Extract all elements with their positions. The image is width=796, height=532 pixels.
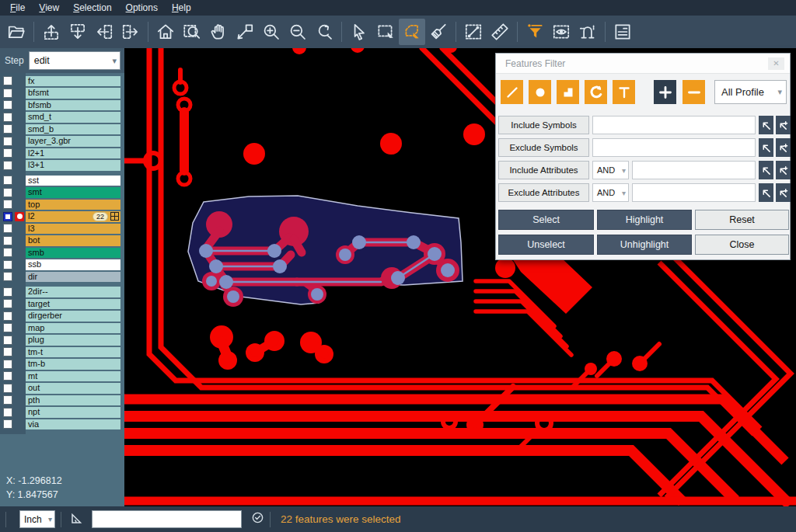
layer-row-npt[interactable]: npt [0, 407, 124, 419]
remove-icon[interactable] [683, 80, 705, 104]
layer-name-cell[interactable]: tm-t [26, 347, 120, 358]
layer-row-mt[interactable]: mt [0, 370, 124, 383]
layer-name-cell[interactable]: l2 22 [26, 211, 120, 222]
layer-name-cell[interactable]: pth [26, 395, 120, 406]
layer-visibility-checkbox[interactable] [3, 371, 12, 381]
layer-name-cell[interactable]: smt [26, 187, 120, 198]
zoom-in-icon[interactable] [258, 19, 285, 45]
pick-add-symbol-icon[interactable] [776, 138, 791, 157]
show-layer-icon[interactable] [548, 19, 574, 45]
snap-icon[interactable] [574, 19, 601, 45]
rect-select-icon[interactable] [372, 19, 399, 45]
layer-name-cell[interactable]: l3 [26, 224, 120, 235]
layer-name-cell[interactable]: layer_3.gbr [26, 136, 120, 147]
layer-row-top[interactable]: top [0, 199, 124, 211]
add-icon[interactable] [654, 80, 676, 104]
features-filter-icon[interactable] [522, 19, 548, 45]
angle-measure-icon[interactable] [70, 511, 84, 528]
layer-visibility-checkbox[interactable] [3, 176, 12, 185]
layer-visibility-checkbox[interactable] [3, 161, 12, 170]
exclude-attributes-operator-select[interactable]: AND ▾ [592, 183, 629, 202]
layer-visibility-checkbox[interactable] [3, 272, 12, 281]
layer-row-plug[interactable]: plug [0, 335, 124, 347]
layer-visibility-checkbox[interactable] [3, 347, 12, 356]
unhighlight-button[interactable]: Unhighlight [597, 235, 692, 255]
menu-file[interactable]: File [3, 0, 32, 16]
pad-icon[interactable] [529, 80, 551, 104]
refresh-icon[interactable] [251, 511, 264, 527]
layer-row-ssb[interactable]: ssb [0, 259, 124, 272]
close-button[interactable]: Close [695, 235, 789, 255]
layer-row-bfsmt[interactable]: bfsmt [0, 88, 124, 100]
layer-name-cell[interactable]: smd_b [26, 124, 120, 135]
layer-visibility-checkbox[interactable] [3, 384, 12, 393]
measure-line-icon[interactable] [460, 19, 487, 45]
layer-row-pth[interactable]: pth [0, 395, 124, 407]
layer-row-l3+1[interactable]: l3+1 [0, 160, 124, 172]
pan-up-icon[interactable] [38, 19, 65, 45]
arc-icon[interactable] [585, 80, 607, 104]
layer-visibility-checkbox[interactable] [3, 260, 12, 269]
pan-hand-icon[interactable] [205, 19, 232, 45]
pick-attribute-icon[interactable] [759, 183, 773, 202]
layer-name-cell[interactable]: bot [26, 235, 120, 246]
menu-view[interactable]: View [32, 0, 66, 16]
layer-row-smt[interactable]: smt [0, 187, 124, 200]
pick-add-attribute-icon[interactable] [776, 183, 791, 202]
include-symbols-button[interactable]: Include Symbols [498, 116, 589, 134]
layer-visibility-checkbox[interactable] [3, 336, 12, 345]
layer-name-cell[interactable]: tm-b [26, 359, 120, 370]
unselect-button[interactable]: Unselect [498, 235, 594, 255]
layer-row-l2+1[interactable]: l2+1 [0, 148, 124, 160]
layer-name-cell[interactable]: map [26, 323, 120, 334]
home-icon[interactable] [152, 19, 179, 45]
layer-name-cell[interactable]: out [26, 383, 120, 394]
layer-visibility-checkbox[interactable] [3, 360, 12, 369]
include-attributes-operator-select[interactable]: AND ▾ [592, 161, 629, 179]
pan-left-icon[interactable] [91, 19, 117, 45]
pan-right-icon[interactable] [117, 19, 144, 45]
drag-view-icon[interactable] [232, 19, 258, 45]
layer-visibility-checkbox[interactable] [3, 124, 12, 134]
layer-name-cell[interactable]: sst [26, 176, 120, 186]
close-icon[interactable]: ✕ [768, 57, 784, 70]
menu-help[interactable]: Help [165, 0, 198, 16]
layer-visibility-checkbox[interactable] [3, 236, 12, 245]
layer-row-tm-t[interactable]: tm-t [0, 346, 124, 359]
layer-row-dirgerber[interactable]: dirgerber [0, 311, 124, 323]
layer-name-cell[interactable]: npt [26, 407, 120, 418]
pan-down-icon[interactable] [65, 19, 91, 45]
pick-add-attribute-icon[interactable] [776, 161, 791, 179]
layer-row-layer_3.gbr[interactable]: layer_3.gbr [0, 136, 124, 148]
layer-visibility-checkbox[interactable] [3, 419, 12, 429]
layer-visibility-checkbox[interactable] [3, 311, 12, 321]
layer-row-via[interactable]: via [0, 419, 124, 431]
layer-row-dir[interactable]: dir [0, 271, 124, 283]
layer-name-cell[interactable]: 2dir-- [26, 287, 120, 297]
layer-name-cell[interactable]: ssb [26, 259, 120, 270]
layer-name-cell[interactable]: bfsmb [26, 100, 120, 111]
layer-name-cell[interactable]: smb [26, 248, 120, 259]
layer-row-sst[interactable]: sst [0, 175, 124, 187]
layer-row-map[interactable]: map [0, 322, 124, 335]
menu-selection[interactable]: Selection [66, 0, 118, 16]
ruler-icon[interactable] [487, 19, 513, 45]
exclude-symbols-input[interactable] [592, 138, 756, 157]
pick-symbol-icon[interactable] [759, 116, 773, 134]
layer-visibility-checkbox[interactable] [3, 89, 12, 98]
zoom-out-icon[interactable] [285, 19, 311, 45]
polygon-select-icon[interactable] [399, 19, 425, 45]
profile-select[interactable]: All Profile ▾ [714, 80, 787, 104]
unit-select[interactable]: Inch ▾ [19, 510, 55, 528]
exclude-attributes-button[interactable]: Exclude Attributes [498, 183, 589, 202]
layer-visibility-checkbox[interactable] [3, 212, 12, 221]
exclude-attributes-input[interactable] [632, 183, 756, 202]
layer-visibility-checkbox[interactable] [3, 287, 12, 297]
layer-row-bfsmb[interactable]: bfsmb [0, 99, 124, 112]
report-icon[interactable] [609, 19, 636, 45]
include-symbols-input[interactable] [592, 116, 756, 134]
select-arrow-icon[interactable] [346, 19, 372, 45]
include-attributes-input[interactable] [632, 161, 756, 179]
layer-name-cell[interactable]: top [26, 200, 120, 210]
layer-visibility-checkbox[interactable] [3, 113, 12, 122]
